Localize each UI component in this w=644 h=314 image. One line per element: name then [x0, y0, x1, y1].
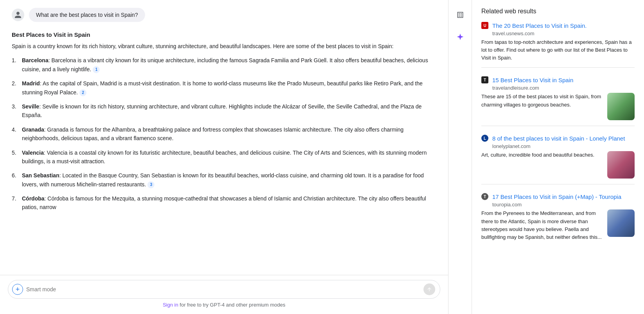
result-body: These are 15 of the best places to visit… [481, 93, 635, 120]
divider [481, 184, 635, 184]
web-result-header: T17 Best Places to Visit in Spain (+Map)… [481, 193, 635, 200]
divider [481, 67, 635, 68]
place-description: : Barcelona is a vibrant city known for … [22, 57, 428, 72]
web-result-header: T15 Best Places to Visit in Spain [481, 76, 635, 83]
place-content: San Sebastian: Located in the Basque Cou… [22, 171, 436, 189]
result-domain: lonelyplanet.com [492, 143, 635, 149]
result-text: From the Pyrenees to the Mediterranean, … [481, 209, 603, 241]
place-description: : Granada is famous for the Alhambra, a … [22, 126, 404, 141]
place-name: Madrid [22, 80, 40, 87]
smart-mode-input[interactable] [26, 286, 420, 292]
result-link[interactable]: 15 Best Places to Visit in Spain [492, 77, 573, 83]
sign-in-row: Sign in for free to try GPT-4 and other … [8, 299, 440, 311]
collapse-sidebar-button[interactable] [453, 8, 467, 22]
plus-button[interactable]: + [12, 284, 23, 295]
web-result: UThe 20 Best Places to Visit in Spain.tr… [481, 22, 635, 68]
web-result-header: UThe 20 Best Places to Visit in Spain. [481, 22, 635, 29]
place-list-item: San Sebastian: Located in the Basque Cou… [12, 171, 436, 189]
chat-area: What are the best places to visit in Spa… [0, 0, 448, 275]
place-list-item: Seville: Seville is known for its rich h… [12, 102, 436, 120]
favicon-icon: L [481, 135, 488, 142]
place-content: Madrid: As the capital of Spain, Madrid … [22, 79, 436, 97]
place-description: : Valencia is a coastal city known for i… [22, 150, 427, 164]
place-list-item: Granada: Granada is famous for the Alham… [12, 125, 436, 143]
place-content: Granada: Granada is famous for the Alham… [22, 125, 436, 143]
sign-in-suffix: for free to try GPT-4 and other premium … [178, 302, 285, 308]
place-list-item: Barcelona: Barcelona is a vibrant city k… [12, 56, 436, 74]
divider [481, 126, 635, 126]
place-description: : Córdoba is famous for the Mezquita, a … [22, 195, 426, 210]
place-name: Valencia [22, 150, 44, 156]
favicon-icon: U [481, 22, 488, 29]
result-domain: travelandleisure.com [492, 85, 635, 91]
left-panel: What are the best places to visit in Spa… [0, 0, 448, 314]
result-link[interactable]: The 20 Best Places to Visit in Spain. [492, 22, 587, 29]
place-name: San Sebastian [22, 172, 59, 179]
place-list-item: Córdoba: Córdoba is famous for the Mezqu… [12, 194, 436, 212]
result-image [607, 209, 635, 237]
input-row: + [8, 280, 440, 299]
send-button[interactable] [423, 283, 435, 295]
result-image-placeholder [607, 93, 635, 120]
avatar [12, 9, 24, 21]
result-image-placeholder [607, 151, 635, 179]
place-name: Granada [22, 126, 44, 133]
ai-response: Best Places to Visit in Spain Spain is a… [12, 31, 436, 225]
middle-toolbar [448, 0, 472, 314]
user-query: What are the best places to visit in Spa… [12, 8, 436, 22]
place-content: Córdoba: Córdoba is famous for the Mezqu… [22, 194, 436, 212]
place-name: Córdoba [22, 195, 45, 202]
place-description: : Seville is known for its rich history,… [22, 103, 422, 118]
result-text: From tapas to top-notch architecture and… [481, 38, 635, 62]
citation-badge[interactable]: 2 [79, 89, 86, 96]
web-result: L8 of the best places to visit in Spain … [481, 135, 635, 184]
result-domain: travel.usnews.com [492, 31, 635, 36]
result-image [607, 93, 635, 120]
query-text: What are the best places to visit in Spa… [36, 12, 138, 18]
result-body: From tapas to top-notch architecture and… [481, 38, 635, 62]
web-result-header: L8 of the best places to visit in Spain … [481, 135, 635, 142]
response-intro: Spain is a country known for its rich hi… [12, 42, 436, 51]
place-name: Seville [22, 103, 39, 110]
place-description: : Located in the Basque Country, San Seb… [22, 172, 424, 187]
web-result: T15 Best Places to Visit in Spaintravela… [481, 76, 635, 126]
place-list-item: Madrid: As the capital of Spain, Madrid … [12, 79, 436, 97]
right-panel: Related web results UThe 20 Best Places … [472, 0, 644, 314]
citation-badge[interactable]: 3 [147, 181, 154, 188]
web-results-list: UThe 20 Best Places to Visit in Spain.tr… [481, 22, 635, 241]
place-content: Seville: Seville is known for its rich h… [22, 102, 436, 120]
result-body: From the Pyrenees to the Mediterranean, … [481, 209, 635, 241]
result-image [607, 151, 635, 179]
input-area: + Sign in for free to try GPT-4 and othe… [0, 275, 448, 314]
query-bubble: What are the best places to visit in Spa… [29, 8, 145, 22]
result-link[interactable]: 17 Best Places to Visit in Spain (+Map) … [492, 193, 621, 200]
sign-in-link[interactable]: Sign in [163, 302, 178, 308]
web-result: T17 Best Places to Visit in Spain (+Map)… [481, 193, 635, 241]
result-body: Art, culture, incredible food and beauti… [481, 151, 635, 179]
response-title: Best Places to Visit in Spain [12, 31, 436, 38]
favicon-icon: T [481, 193, 488, 200]
place-list-item: Valencia: Valencia is a coastal city kno… [12, 148, 436, 166]
places-list: Barcelona: Barcelona is a vibrant city k… [12, 56, 436, 211]
result-image-placeholder [607, 209, 635, 237]
sparkle-button[interactable] [453, 30, 467, 44]
favicon-icon: T [481, 76, 488, 83]
place-content: Valencia: Valencia is a coastal city kno… [22, 148, 436, 166]
result-link[interactable]: 8 of the best places to visit in Spain -… [492, 135, 625, 142]
result-domain: touropia.com [492, 202, 635, 208]
citation-badge[interactable]: 1 [93, 66, 100, 73]
place-content: Barcelona: Barcelona is a vibrant city k… [22, 56, 436, 74]
result-text: Art, culture, incredible food and beauti… [481, 151, 603, 179]
related-title: Related web results [481, 8, 635, 15]
result-text: These are 15 of the best places to visit… [481, 93, 603, 120]
place-name: Barcelona [22, 57, 48, 63]
